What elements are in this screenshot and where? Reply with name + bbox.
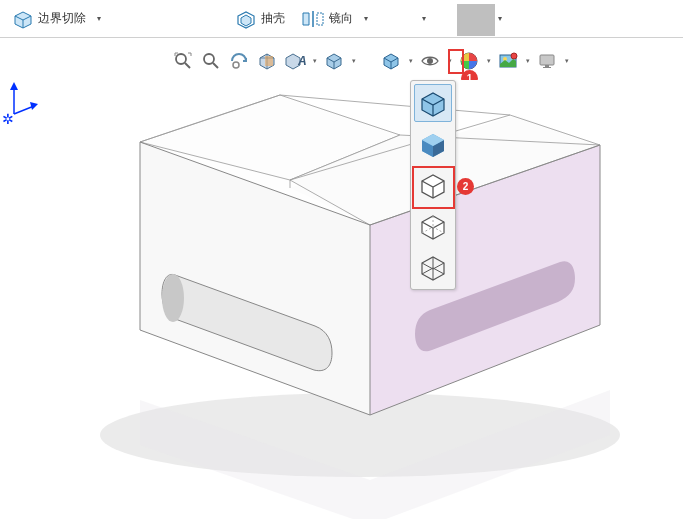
callout-badge-2: 2	[457, 178, 474, 195]
view-orient-dropdown[interactable]: ▾	[349, 48, 358, 74]
boundary-cut-icon	[12, 8, 34, 30]
zoom-area-button[interactable]	[198, 48, 224, 74]
svg-point-1	[176, 54, 186, 64]
svg-line-2	[185, 63, 190, 68]
display-style-icon	[381, 51, 401, 71]
shaded-icon	[418, 129, 448, 159]
scene-dropdown[interactable]: ▾	[523, 48, 532, 74]
svg-point-12	[511, 53, 517, 59]
command-ribbon: 边界切除 ▾ 抽壳 镜向 ▾ ▾ ▾	[0, 0, 683, 38]
svg-line-4	[213, 63, 218, 68]
annotation-view-button[interactable]: A	[282, 48, 308, 74]
display-style-dropdown-arrow[interactable]: ▾	[406, 48, 415, 74]
prev-view-button[interactable]	[226, 48, 252, 74]
extra-dropdown-1[interactable]: ▾	[419, 6, 429, 32]
svg-rect-15	[543, 67, 551, 68]
shell-icon	[235, 8, 257, 30]
mirror-dropdown[interactable]: ▾	[361, 6, 371, 32]
section-icon	[257, 51, 277, 71]
wireframe-icon	[418, 252, 448, 282]
callout-box-2	[412, 166, 455, 209]
hidden-visible-icon	[418, 211, 448, 241]
svg-text:✲: ✲	[2, 111, 14, 127]
callout-box-1	[448, 49, 464, 74]
svg-rect-14	[545, 65, 549, 67]
mirror-button[interactable]: 镜向	[295, 5, 359, 33]
annotation-view-dropdown[interactable]: ▾	[310, 48, 319, 74]
boundary-cut-label: 边界切除	[38, 10, 86, 27]
display-wireframe[interactable]	[414, 248, 452, 286]
shaded-edges-icon	[418, 88, 448, 118]
view-settings-button[interactable]	[534, 48, 560, 74]
appearance-dropdown[interactable]: ▾	[484, 48, 493, 74]
monitor-icon	[537, 51, 557, 71]
eye-icon	[420, 51, 440, 71]
boundary-cut-dropdown[interactable]: ▾	[94, 6, 104, 32]
scene-icon	[498, 51, 518, 71]
view-toolbar: A ▾ ▾ ▾ ▾ ▾	[170, 48, 571, 74]
svg-line-19	[14, 106, 34, 114]
model-render	[0, 80, 683, 519]
section-button[interactable]	[254, 48, 280, 74]
display-style-button[interactable]	[378, 48, 404, 74]
view-settings-dropdown[interactable]: ▾	[562, 48, 571, 74]
svg-point-8	[427, 58, 433, 64]
boundary-cut-button[interactable]: 边界切除	[6, 5, 92, 33]
zoom-fit-button[interactable]	[170, 48, 196, 74]
display-shaded[interactable]	[414, 125, 452, 163]
graphics-viewport[interactable]: ✲	[0, 80, 683, 519]
mirror-icon	[301, 9, 325, 29]
shell-button[interactable]: 抽壳	[229, 5, 291, 33]
zoom-area-icon	[201, 51, 221, 71]
zoom-fit-icon	[173, 51, 193, 71]
svg-rect-13	[540, 55, 554, 65]
view-orient-icon	[324, 51, 344, 71]
svg-text:A: A	[297, 54, 306, 68]
view-orient-button[interactable]	[321, 48, 347, 74]
svg-rect-6	[265, 56, 273, 66]
svg-point-5	[233, 62, 239, 68]
prev-view-icon	[229, 51, 249, 71]
mirror-label: 镜向	[329, 10, 353, 27]
scene-button[interactable]	[495, 48, 521, 74]
annotation-view-icon: A	[284, 51, 306, 71]
color-swatch[interactable]	[457, 4, 495, 36]
origin-triad: ✲	[0, 80, 40, 130]
svg-point-17	[162, 274, 184, 322]
svg-point-3	[204, 54, 214, 64]
swatch-dropdown[interactable]: ▾	[495, 6, 505, 32]
display-shaded-edges[interactable]	[414, 84, 452, 122]
display-hidden-visible[interactable]	[414, 207, 452, 245]
hide-show-button[interactable]	[417, 48, 443, 74]
shell-label: 抽壳	[261, 10, 285, 27]
